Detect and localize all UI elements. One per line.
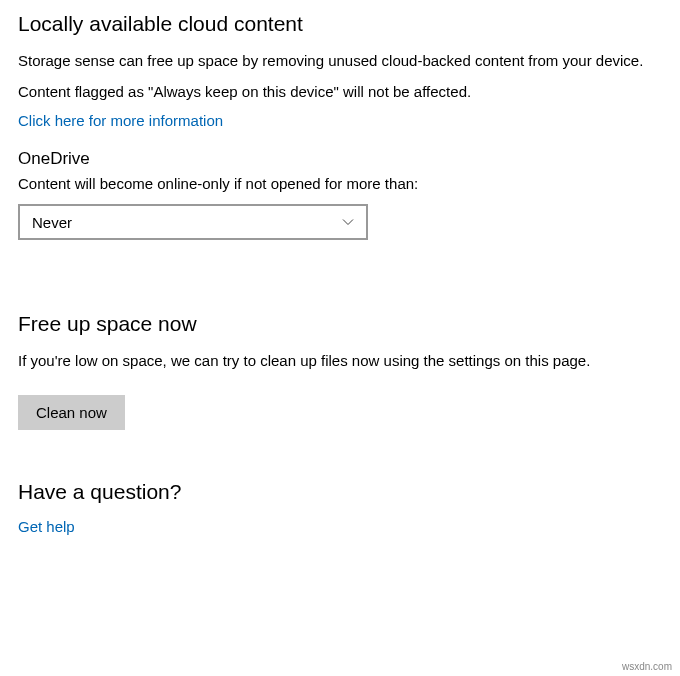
onedrive-subheading: OneDrive: [18, 149, 662, 169]
more-info-link[interactable]: Click here for more information: [18, 112, 223, 129]
cloud-content-description-1: Storage sense can free up space by remov…: [18, 50, 658, 71]
onedrive-description: Content will become online-only if not o…: [18, 173, 658, 194]
onedrive-threshold-value: Never: [32, 214, 72, 231]
free-up-space-heading: Free up space now: [18, 312, 662, 336]
have-question-heading: Have a question?: [18, 480, 662, 504]
watermark-text: wsxdn.com: [622, 661, 672, 672]
cloud-content-heading: Locally available cloud content: [18, 12, 662, 36]
cloud-content-description-2: Content flagged as "Always keep on this …: [18, 81, 658, 102]
free-up-space-description: If you're low on space, we can try to cl…: [18, 350, 658, 371]
onedrive-threshold-select[interactable]: Never: [18, 204, 368, 240]
clean-now-button[interactable]: Clean now: [18, 395, 125, 430]
get-help-link[interactable]: Get help: [18, 518, 75, 535]
chevron-down-icon: [342, 216, 354, 228]
